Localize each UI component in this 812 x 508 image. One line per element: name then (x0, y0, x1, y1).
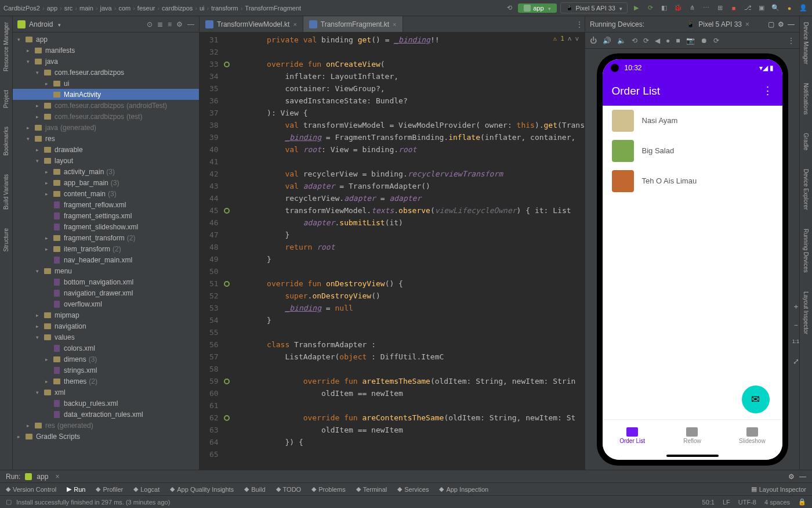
tree-item[interactable]: ▸activity_main(3) (13, 166, 199, 177)
tree-item[interactable]: nav_header_main.xml (13, 254, 199, 265)
gesture-bar[interactable] (603, 452, 782, 460)
tree-item[interactable]: ▾xml (13, 387, 199, 398)
bottom-tool-button[interactable]: ◆Logcat (133, 485, 160, 493)
layout-inspector-tool[interactable]: ▦ Layout Inspector (751, 485, 806, 493)
tree-item[interactable]: navigation_drawer.xml (13, 287, 199, 298)
editor-warnings[interactable]: ⚠ 1 ʌ v (553, 35, 579, 42)
stop-icon[interactable]: ■ (728, 3, 739, 13)
tree-arrow-icon[interactable]: ▸ (27, 48, 34, 53)
run-panel-config[interactable]: app (37, 473, 48, 481)
settings-icon[interactable]: ● (784, 3, 795, 13)
tree-arrow-icon[interactable]: ▸ (36, 147, 43, 153)
window-icon[interactable]: ▢ (768, 20, 774, 28)
overview-icon[interactable]: ■ (676, 37, 680, 45)
tree-arrow-icon[interactable]: ▾ (27, 59, 34, 64)
tree-item[interactable]: ▸res(generated) (13, 420, 199, 431)
tree-item[interactable]: fragment_slideshow.xml (13, 221, 199, 232)
rotate-right-icon[interactable]: ⟳ (643, 37, 649, 45)
overflow-menu-icon[interactable]: ⋮ (762, 84, 773, 98)
line-number-gutter[interactable]: 3132333435363738394041424344454647484950… (200, 33, 223, 470)
expand-icon[interactable]: ≣ (157, 20, 163, 28)
tree-arrow-icon[interactable]: ▾ (36, 268, 43, 274)
tree-item[interactable]: ▸com.feseur.cardbizpos(androidTest) (13, 100, 199, 111)
close-tab-icon[interactable]: × (293, 21, 296, 28)
user-icon[interactable]: 👤 (798, 3, 809, 13)
zoom-out-icon[interactable]: － (791, 320, 800, 329)
status-icon[interactable]: ▢ (6, 498, 12, 506)
tree-arrow-icon[interactable]: ▾ (36, 158, 43, 164)
indent-setting[interactable]: 4 spaces (764, 499, 790, 506)
tool-rail-button[interactable]: Device Explorer (803, 165, 809, 214)
tool-rail-button[interactable]: Structure (3, 225, 9, 255)
bottom-tool-button[interactable]: ◆Services (397, 485, 429, 493)
project-view-selector[interactable]: Android (29, 20, 53, 28)
order-list-content[interactable]: Nasi AyamBig SaladTeh O Ais Limau (603, 106, 782, 419)
power-icon[interactable]: ⏻ (590, 37, 597, 45)
tree-item[interactable]: colors.xml (13, 343, 199, 354)
bottom-tool-button[interactable]: ◆Problems (311, 485, 345, 493)
run-icon[interactable]: ▶ (631, 3, 641, 13)
search-icon[interactable]: 🔍 (770, 3, 781, 13)
prev-warning-icon[interactable]: ʌ (568, 35, 572, 42)
code-content[interactable]: private val binding get() = _binding!! o… (230, 33, 585, 470)
sync-icon[interactable]: ⟲ (504, 3, 514, 13)
line-ending[interactable]: LF (723, 499, 730, 506)
zoom-fit-icon[interactable]: 1:1 (791, 338, 800, 348)
tab-menu-icon[interactable]: ⋮ (574, 19, 585, 30)
close-tab-icon[interactable]: × (393, 21, 396, 28)
back-icon[interactable]: ◀ (655, 37, 660, 45)
minimize-icon[interactable]: — (187, 20, 194, 28)
close-run-tab-icon[interactable]: × (55, 473, 59, 481)
bottom-tool-button[interactable]: ◆App Inspection (439, 485, 488, 493)
close-device-icon[interactable]: × (745, 20, 749, 28)
tool-rail-button[interactable]: Device Manager (803, 19, 809, 68)
readonly-lock-icon[interactable]: 🔒 (798, 498, 806, 506)
bottom-tool-button[interactable]: ◆Version Control (6, 485, 56, 493)
tool-rail-button[interactable]: Gradle (803, 129, 809, 154)
tree-item[interactable]: ▸manifests (13, 45, 199, 56)
breadcrumb-item[interactable]: ui (200, 5, 205, 12)
tree-item[interactable]: ▾java (13, 56, 199, 67)
fab-compose[interactable]: ✉ (742, 385, 770, 413)
tree-arrow-icon[interactable]: ▸ (36, 323, 43, 329)
tree-arrow-icon[interactable]: ▾ (36, 334, 43, 340)
tree-arrow-icon[interactable]: ▸ (36, 103, 43, 109)
tree-item[interactable]: ▸ui (13, 78, 199, 89)
tree-item[interactable]: ▸item_transform(2) (13, 243, 199, 254)
git-icon[interactable]: ⎇ (742, 3, 753, 13)
volume-down-icon[interactable]: 🔈 (617, 37, 626, 45)
file-encoding[interactable]: UTF-8 (738, 499, 756, 506)
zoom-in-icon[interactable]: ＋ (791, 301, 800, 311)
breadcrumb-item[interactable]: app (47, 5, 57, 12)
override-gutter-icon[interactable] (224, 62, 230, 67)
tool-rail-button[interactable]: Build Variants (3, 171, 9, 213)
breadcrumb-item[interactable]: transform (211, 5, 238, 12)
breadcrumb-item[interactable]: src (64, 5, 73, 12)
bottom-tool-button[interactable]: ◆TODO (276, 485, 302, 493)
collapse-icon[interactable]: ≡ (168, 20, 172, 28)
tree-arrow-icon[interactable]: ▸ (45, 379, 52, 384)
editor-body[interactable]: ⚠ 1 ʌ v 31323334353637383940414243444546… (200, 33, 585, 470)
bug-icon[interactable]: 🐞 (673, 3, 683, 13)
target-icon[interactable]: ⊙ (147, 20, 153, 28)
tree-item[interactable]: ▾app (13, 34, 199, 45)
tool-rail-button[interactable]: Notifications (803, 80, 809, 118)
device-selector[interactable]: 📱 Pixel 5 API 33 (560, 2, 628, 13)
tool-rail-button[interactable]: Project (3, 87, 9, 111)
tree-arrow-icon[interactable]: ▸ (36, 114, 43, 120)
tree-item[interactable]: ▸navigation (13, 320, 199, 332)
tree-arrow-icon[interactable]: ▾ (36, 70, 43, 75)
bottom-tool-button[interactable]: ◆Build (244, 485, 265, 493)
tree-item[interactable]: ▸java(generated) (13, 122, 199, 133)
tree-item[interactable]: ▸mipmap (13, 309, 199, 320)
tree-arrow-icon[interactable]: ▸ (45, 246, 52, 252)
override-gutter-icon[interactable] (224, 281, 230, 287)
attach-debugger-icon[interactable]: ⋔ (687, 3, 697, 13)
tool-rail-button[interactable]: Bookmarks (3, 123, 9, 159)
tree-arrow-icon[interactable]: ▾ (17, 37, 24, 42)
volume-up-icon[interactable]: 🔊 (603, 37, 611, 45)
tree-item[interactable]: ▾values (13, 332, 199, 343)
more-debug-icon[interactable]: ⋯ (701, 3, 711, 13)
home-icon[interactable]: ● (666, 37, 670, 45)
gear-icon[interactable]: ⚙ (778, 20, 784, 28)
